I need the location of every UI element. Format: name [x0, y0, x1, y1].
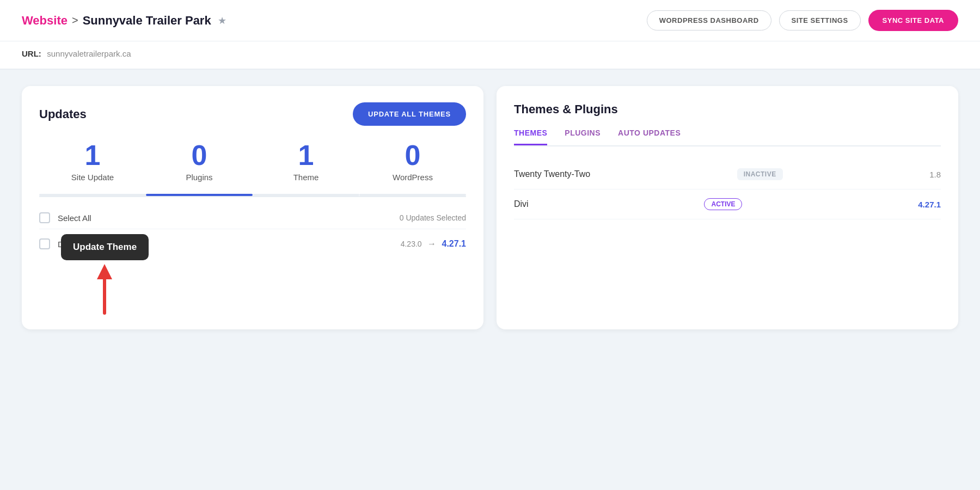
select-all-checkbox[interactable] [39, 212, 50, 223]
url-bar: URL: sunnyvaletrailerpark.ca [0, 41, 980, 70]
red-arrow-icon [83, 259, 126, 318]
theme-name-divi: Divi [514, 199, 529, 209]
breadcrumb-website[interactable]: Website [22, 14, 68, 28]
themes-plugins-title: Themes & Plugins [514, 102, 941, 117]
updates-header: Updates UPDATE ALL THEMES [39, 102, 466, 126]
stat-site-update-number: 1 [39, 141, 146, 169]
breadcrumb: Website > Sunnyvale Trailer Park ★ [22, 14, 226, 28]
divi-checkbox[interactable] [39, 238, 50, 249]
stat-theme-number: 1 [253, 141, 359, 169]
stat-site-update: 1 Site Update [39, 141, 146, 182]
themes-plugins-card: Themes & Plugins THEMES PLUGINS AUTO UPD… [497, 86, 958, 329]
tab-auto-updates[interactable]: AUTO UPDATES [618, 128, 681, 145]
select-all-label: Select All [58, 213, 91, 223]
tab-segment-2-active [146, 194, 253, 196]
update-all-themes-button[interactable]: UPDATE ALL THEMES [353, 102, 466, 126]
tab-segment-4 [359, 194, 466, 196]
theme-row-divi: Divi ACTIVE 4.27.1 [514, 189, 941, 219]
themes-tabs-row: THEMES PLUGINS AUTO UPDATES [514, 128, 941, 146]
main-content: Updates UPDATE ALL THEMES 1 Site Update … [0, 70, 980, 346]
stat-plugins: 0 Plugins [146, 141, 253, 182]
breadcrumb-site-name: Sunnyvale Trailer Park [83, 14, 211, 28]
select-all-row: Select All 0 Updates Selected Update The… [39, 207, 466, 229]
tab-segment-3 [253, 194, 359, 196]
top-header: Website > Sunnyvale Trailer Park ★ WORDP… [0, 0, 980, 41]
tab-segment-1 [39, 194, 146, 196]
header-actions: WORDPRESS DASHBOARD SITE SETTINGS SYNC S… [647, 10, 958, 31]
theme-active-badge-divi: ACTIVE [704, 198, 742, 210]
url-label: URL: [22, 49, 41, 58]
svg-marker-1 [97, 264, 112, 279]
url-value: sunnyvaletrailerpark.ca [47, 49, 131, 58]
divi-version-info: 4.23.0 → 4.27.1 [401, 239, 466, 249]
updates-card: Updates UPDATE ALL THEMES 1 Site Update … [22, 86, 483, 329]
select-left: Select All [39, 212, 91, 223]
theme-row-twenty-twenty-two: Twenty Twenty-Two INACTIVE 1.8 [514, 160, 941, 189]
tab-themes[interactable]: THEMES [514, 128, 547, 145]
wordpress-dashboard-button[interactable]: WORDPRESS DASHBOARD [647, 10, 771, 30]
theme-version-twenty-twenty-two: 1.8 [929, 170, 941, 179]
sync-site-data-button[interactable]: SYNC SITE DATA [868, 10, 958, 31]
theme-inactive-badge: INACTIVE [737, 168, 783, 180]
breadcrumb-separator: > [72, 14, 78, 27]
stat-wordpress: 0 WordPress [359, 141, 466, 182]
version-from: 4.23.0 [401, 240, 422, 248]
version-to: 4.27.1 [442, 239, 466, 248]
stats-row: 1 Site Update 0 Plugins 1 Theme 0 WordPr… [39, 141, 466, 182]
tab-plugins[interactable]: PLUGINS [565, 128, 601, 145]
stat-wordpress-number: 0 [359, 141, 466, 169]
site-settings-button[interactable]: SITE SETTINGS [779, 10, 861, 30]
stat-theme-label: Theme [253, 173, 359, 182]
update-theme-tooltip: Update Theme [61, 234, 149, 260]
theme-name-twenty-twenty-two: Twenty Twenty-Two [514, 169, 590, 179]
version-arrow-icon: → [427, 239, 436, 248]
updates-selected-count: 0 Updates Selected [400, 213, 466, 222]
arrow-annotation-container [39, 259, 466, 313]
theme-version-divi: 4.27.1 [918, 200, 941, 209]
stat-theme: 1 Theme [253, 141, 359, 182]
tab-underline-container [39, 195, 466, 197]
stat-site-update-label: Site Update [39, 173, 146, 182]
favorite-star-icon[interactable]: ★ [218, 15, 226, 27]
stat-plugins-label: Plugins [146, 173, 253, 182]
stat-plugins-number: 0 [146, 141, 253, 169]
updates-title: Updates [39, 107, 87, 121]
stat-wordpress-label: WordPress [359, 173, 466, 182]
